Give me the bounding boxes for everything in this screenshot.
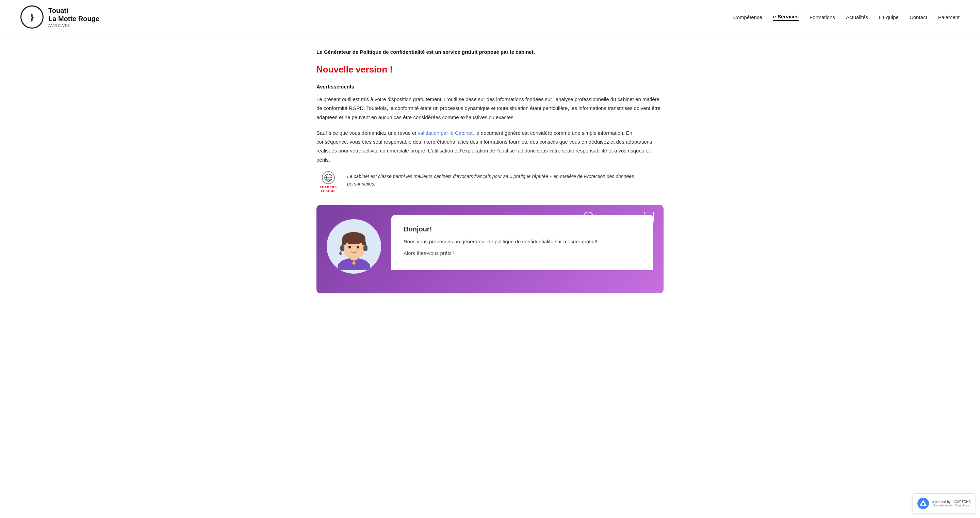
- leaders-caption: Le cabinet est classé parmi les meilleur…: [347, 171, 663, 188]
- nouvelle-version-heading: Nouvelle version !: [317, 64, 663, 75]
- chat-greeting: Bonjour!: [404, 225, 641, 233]
- paragraph-1: Le présent outil est mis à votre disposi…: [317, 95, 663, 122]
- logo[interactable]: } Touati La Motte Rouge AVOCATS: [21, 5, 99, 29]
- logo-text-block: Touati La Motte Rouge AVOCATS: [48, 6, 99, 27]
- intro-text: Le Générateur de Politique de confidenti…: [317, 48, 663, 56]
- main-nav: Compétence e-Services Formations Actuali…: [733, 14, 959, 21]
- nav-item-actualites[interactable]: Actualités: [846, 14, 868, 20]
- nav-item-formations[interactable]: Formations: [810, 14, 835, 20]
- nav-item-contact[interactable]: Contact: [910, 14, 927, 20]
- cabinet-validation-link[interactable]: validation par le Cabinet: [418, 130, 473, 136]
- nav-item-paiement[interactable]: Paiement: [938, 14, 959, 20]
- chat-body: Bonjour! Nous vous proposons un générate…: [317, 215, 663, 270]
- nav-item-eservices[interactable]: e-Services: [773, 14, 799, 21]
- main-content: Le Générateur de Politique de confidenti…: [289, 34, 691, 314]
- chat-message-2: Alors êtes-vous prêts?: [404, 249, 641, 258]
- site-header: } Touati La Motte Rouge AVOCATS Compéten…: [0, 0, 980, 34]
- svg-point-15: [356, 246, 360, 249]
- logo-subtitle: AVOCATS: [48, 24, 99, 27]
- logo-firm-name: Touati La Motte Rouge: [48, 6, 99, 23]
- paragraph-2: Sauf à ce que vous demandiez une revue e…: [317, 129, 663, 164]
- paragraph-2-before-link: Sauf à ce que vous demandiez une revue e…: [317, 130, 418, 136]
- avatar: [327, 219, 381, 274]
- leaders-text-logo: LEADERS LEAGUE: [320, 185, 337, 193]
- svg-point-18: [340, 253, 342, 255]
- nav-item-competence[interactable]: Compétence: [733, 14, 762, 20]
- logo-icon: }: [21, 5, 43, 29]
- leaders-league-section: LEADERS LEAGUE Le cabinet est classé par…: [317, 171, 663, 193]
- nav-item-lequipe[interactable]: L'Equipe: [879, 14, 899, 20]
- svg-point-14: [348, 246, 351, 249]
- chat-message-1: Nous vous proposons un générateur de pol…: [404, 237, 641, 246]
- svg-rect-17: [363, 245, 368, 251]
- leaders-globe-icon: [322, 171, 335, 184]
- avertissements-title: Avertissements: [317, 84, 663, 89]
- leaders-league-logo: LEADERS LEAGUE: [317, 171, 340, 193]
- chat-widget: Reprendre plus tard: [317, 205, 663, 293]
- chat-messages: Bonjour! Nous vous proposons un générate…: [391, 215, 653, 270]
